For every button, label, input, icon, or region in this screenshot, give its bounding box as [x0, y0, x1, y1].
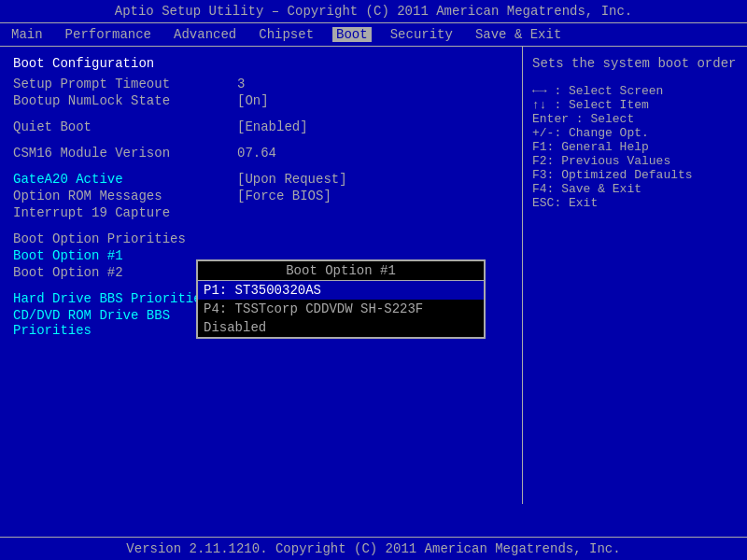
footer: Version 2.11.1210. Copyright (C) 2011 Am… — [0, 537, 747, 560]
menu-bar: MainPerformanceAdvancedChipsetBootSecuri… — [0, 23, 747, 47]
section-title: Boot Configuration — [13, 56, 509, 71]
gateA20-row: GateA20 Active [Upon Request] — [13, 172, 509, 187]
key-hint: F2: Previous Values — [532, 154, 738, 168]
key-hint: F1: General Help — [532, 140, 738, 154]
key-hints: ←→ : Select Screen↑↓ : Select ItemEnter … — [532, 84, 738, 210]
dropdown-item[interactable]: P4: TSSTcorp CDDVDW SH-S223F — [198, 300, 484, 318]
left-panel: Boot Configuration Setup Prompt Timeout … — [0, 47, 523, 504]
key-hint: ESC: Exit — [532, 196, 738, 210]
key-hint: +/-: Change Opt. — [532, 126, 738, 140]
menu-item-performance[interactable]: Performance — [62, 27, 155, 42]
gateA20-label: GateA20 Active — [13, 172, 237, 187]
dropdown-items: P1: ST3500320ASP4: TSSTcorp CDDVDW SH-S2… — [198, 281, 484, 337]
footer-text: Version 2.11.1210. Copyright (C) 2011 Am… — [126, 541, 620, 556]
menu-item-main[interactable]: Main — [7, 27, 47, 42]
title-bar: Aptio Setup Utility – Copyright (C) 2011… — [0, 0, 747, 23]
setup-prompt-value: 3 — [237, 77, 245, 91]
option-rom-label: Option ROM Messages — [13, 189, 237, 203]
csm16-value: 07.64 — [237, 146, 276, 161]
right-panel: Sets the system boot order ←→ : Select S… — [523, 47, 747, 504]
boot-priorities-row: Boot Option Priorities — [13, 231, 509, 246]
menu-item-boot[interactable]: Boot — [332, 27, 372, 42]
csm16-row: CSM16 Module Verison 07.64 — [13, 146, 509, 161]
interrupt-label: Interrupt 19 Capture — [13, 205, 237, 220]
gateA20-value: [Upon Request] — [237, 172, 347, 187]
key-hint: F4: Save & Exit — [532, 182, 738, 196]
key-hint: ←→ : Select Screen — [532, 84, 738, 98]
menu-item-security[interactable]: Security — [387, 27, 457, 42]
help-text: Sets the system boot order — [532, 56, 738, 71]
quiet-boot-label: Quiet Boot — [13, 119, 237, 134]
dropdown-item[interactable]: Disabled — [198, 318, 484, 337]
menu-item-advanced[interactable]: Advanced — [170, 27, 240, 42]
setup-prompt-label: Setup Prompt Timeout — [13, 77, 237, 91]
key-hint: Enter : Select — [532, 112, 738, 126]
quiet-boot-row: Quiet Boot [Enabled] — [13, 119, 509, 134]
quiet-boot-value: [Enabled] — [237, 119, 308, 134]
menu-item-save--exit[interactable]: Save & Exit — [472, 27, 565, 42]
numlock-label: Bootup NumLock State — [13, 93, 237, 108]
main-area: Boot Configuration Setup Prompt Timeout … — [0, 47, 747, 504]
dropdown-title: Boot Option #1 — [198, 261, 484, 281]
setup-prompt-row: Setup Prompt Timeout 3 — [13, 77, 509, 91]
dropdown-item[interactable]: P1: ST3500320AS — [198, 281, 484, 300]
boot-option-dropdown[interactable]: Boot Option #1 P1: ST3500320ASP4: TSSTco… — [196, 259, 486, 339]
numlock-row: Bootup NumLock State [On] — [13, 93, 509, 108]
option-rom-value: [Force BIOS] — [237, 189, 331, 203]
key-hint: ↑↓ : Select Item — [532, 98, 738, 112]
title-text: Aptio Setup Utility – Copyright (C) 2011… — [115, 4, 633, 19]
numlock-value: [On] — [237, 93, 269, 108]
csm16-label: CSM16 Module Verison — [13, 146, 237, 161]
interrupt-row: Interrupt 19 Capture — [13, 205, 509, 220]
key-hint: F3: Optimized Defaults — [532, 168, 738, 182]
boot-priorities-label: Boot Option Priorities — [13, 231, 237, 246]
menu-item-chipset[interactable]: Chipset — [255, 27, 317, 42]
option-rom-row: Option ROM Messages [Force BIOS] — [13, 189, 509, 203]
